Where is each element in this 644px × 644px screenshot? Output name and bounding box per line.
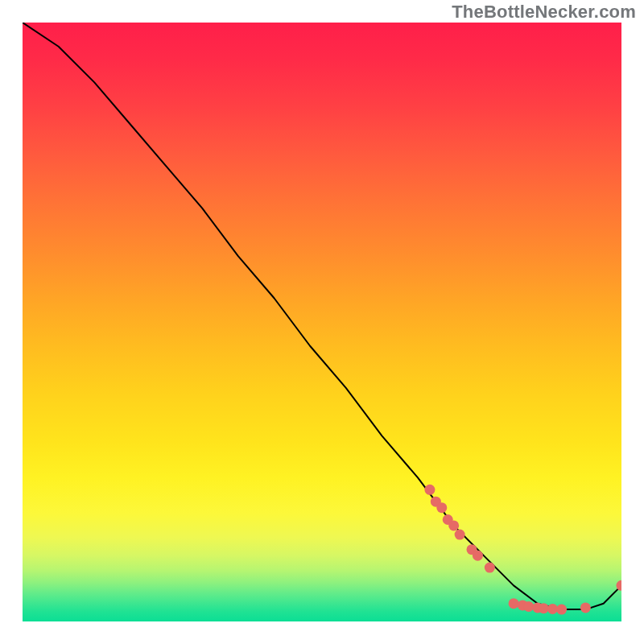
curve-marker-dot [539,603,549,613]
curve-marker-dot [485,563,495,573]
attribution-text: TheBottleNecker.com [452,2,636,23]
curve-marker-dot [547,604,558,614]
curve-marker-dot [448,520,459,530]
chart-plot-area [23,23,621,621]
curve-marker-dot [436,502,447,513]
curve-marker-dot [523,601,534,612]
curve-marker-dot [556,605,567,615]
curve-marker-group [424,485,621,615]
curve-marker-dot [455,530,465,540]
bottleneck-curve-line [23,23,621,609]
chart-svg-layer [23,23,621,621]
curve-marker-dot [424,485,435,495]
curve-marker-dot [473,551,483,561]
curve-marker-dot [580,602,591,613]
curve-marker-dot [509,598,519,609]
